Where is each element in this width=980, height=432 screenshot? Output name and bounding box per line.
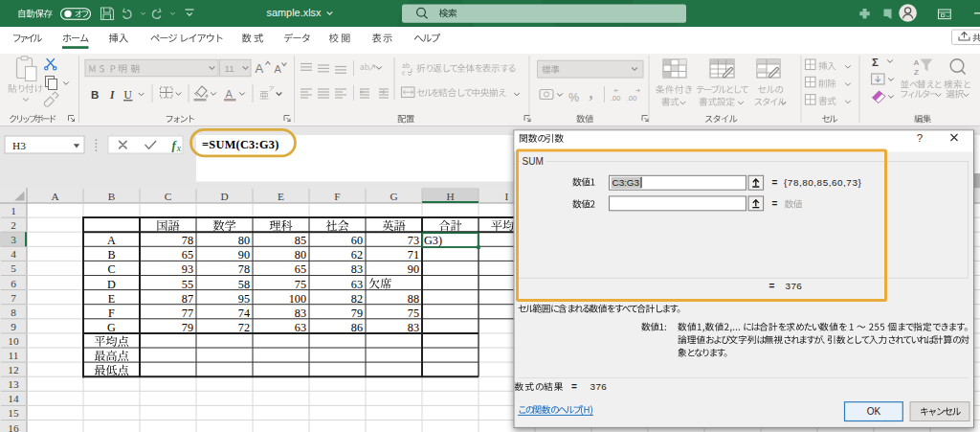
svg-text:86: 86 — [351, 321, 363, 334]
svg-text:55: 55 — [182, 278, 193, 291]
svg-text:=: = — [772, 177, 778, 188]
svg-text:15: 15 — [8, 407, 19, 419]
svg-text:A: A — [914, 58, 920, 67]
svg-text:.00: .00 — [627, 94, 636, 102]
svg-text:1: 1 — [11, 205, 16, 216]
svg-text:13: 13 — [8, 378, 19, 390]
svg-text:2: 2 — [11, 219, 16, 231]
svg-text:72: 72 — [238, 321, 250, 334]
svg-text:75: 75 — [295, 278, 306, 291]
svg-text:I: I — [109, 89, 115, 101]
svg-text:95: 95 — [238, 292, 250, 306]
svg-text:B: B — [108, 191, 116, 202]
svg-text:I: I — [505, 191, 509, 202]
svg-text:83: 83 — [408, 321, 419, 334]
svg-text:B: B — [91, 89, 99, 101]
svg-text:A: A — [51, 191, 59, 202]
svg-text:?: ? — [917, 132, 923, 144]
svg-text:,: , — [590, 85, 593, 102]
svg-text:D: D — [107, 278, 116, 291]
svg-text:A: A — [256, 61, 264, 76]
svg-text:{78,80,85,60,73}: {78,80,85,60,73} — [784, 177, 861, 188]
svg-text:62: 62 — [351, 248, 363, 261]
svg-text:80: 80 — [295, 248, 306, 261]
svg-text:88: 88 — [408, 292, 419, 306]
svg-text:65: 65 — [295, 262, 306, 276]
svg-text:60: 60 — [351, 234, 363, 247]
svg-text:11: 11 — [9, 350, 19, 361]
svg-text:G: G — [390, 191, 397, 202]
svg-text:H3: H3 — [12, 140, 26, 151]
svg-text:100: 100 — [289, 292, 306, 306]
svg-text:93: 93 — [182, 262, 193, 276]
svg-text:9: 9 — [11, 321, 16, 332]
svg-text:=SUM(C3:G3): =SUM(C3:G3) — [202, 138, 279, 151]
svg-text:C: C — [165, 191, 172, 202]
svg-text:E: E — [108, 292, 115, 306]
svg-text:B: B — [107, 248, 115, 261]
svg-text:.00: .00 — [611, 94, 620, 102]
svg-text:74: 74 — [238, 307, 250, 320]
svg-text:3: 3 — [11, 234, 16, 245]
svg-text:Σ: Σ — [872, 57, 879, 68]
svg-text:H: H — [446, 191, 454, 202]
svg-text:79: 79 — [351, 307, 363, 320]
svg-text:8: 8 — [11, 307, 16, 318]
svg-text:G: G — [107, 321, 116, 334]
svg-text:6: 6 — [11, 278, 16, 289]
svg-text:77: 77 — [182, 307, 193, 320]
svg-text:90: 90 — [408, 262, 419, 276]
svg-text:79: 79 — [182, 321, 193, 334]
svg-text:82: 82 — [351, 292, 363, 306]
svg-text:71: 71 — [408, 248, 419, 261]
svg-text:U: U — [124, 89, 133, 101]
svg-text:%: % — [568, 91, 579, 104]
svg-text:63: 63 — [295, 321, 306, 334]
svg-text:OK: OK — [867, 406, 881, 417]
svg-text:G3): G3) — [424, 234, 442, 247]
svg-text:sample.xlsx: sample.xlsx — [267, 7, 322, 18]
svg-text:14: 14 — [8, 393, 19, 404]
svg-text:SUM: SUM — [523, 156, 544, 167]
svg-text:78: 78 — [238, 262, 250, 276]
svg-text:F: F — [334, 191, 340, 202]
svg-text:83: 83 — [351, 262, 363, 276]
svg-text:=: = — [769, 281, 775, 291]
svg-text:A: A — [226, 88, 234, 100]
svg-text:D: D — [220, 191, 228, 202]
svg-text:87: 87 — [182, 292, 193, 306]
svg-text:63: 63 — [351, 278, 363, 291]
svg-text:10: 10 — [8, 335, 19, 347]
svg-text:80: 80 — [238, 234, 250, 247]
svg-text:73: 73 — [408, 234, 419, 247]
svg-text:11: 11 — [225, 63, 234, 74]
svg-text:x: x — [176, 144, 182, 153]
svg-text:78: 78 — [182, 234, 193, 247]
svg-text:A: A — [107, 234, 116, 247]
svg-text:E: E — [278, 191, 284, 202]
svg-text:376: 376 — [590, 381, 608, 392]
svg-text:7: 7 — [11, 292, 16, 304]
svg-text:65: 65 — [182, 248, 193, 261]
svg-text:A: A — [275, 63, 282, 75]
svg-text:4: 4 — [11, 248, 16, 260]
svg-text:C3:G3: C3:G3 — [612, 177, 640, 188]
svg-text:90: 90 — [238, 248, 250, 261]
svg-text:75: 75 — [408, 307, 419, 320]
svg-text:C: C — [107, 262, 115, 276]
svg-text:F: F — [108, 307, 115, 320]
svg-text:12: 12 — [8, 364, 19, 375]
svg-text:16: 16 — [8, 422, 19, 432]
svg-text:5: 5 — [11, 262, 16, 274]
svg-text:376: 376 — [786, 281, 803, 291]
svg-text:85: 85 — [295, 234, 306, 247]
svg-text:83: 83 — [295, 307, 306, 320]
svg-text:58: 58 — [238, 278, 250, 291]
svg-text:Z: Z — [914, 68, 919, 77]
svg-text:=: = — [772, 198, 778, 209]
svg-text:=: = — [571, 381, 577, 392]
